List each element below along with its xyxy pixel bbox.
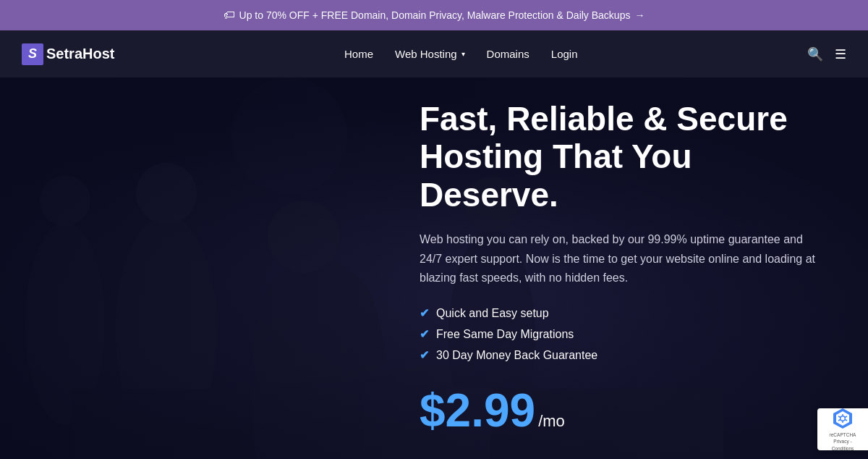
- hamburger-menu-icon[interactable]: ☰: [835, 46, 846, 62]
- logo[interactable]: S SetraHost: [22, 43, 114, 65]
- nav-link-domains[interactable]: Domains: [487, 48, 529, 60]
- nav-item-login[interactable]: Login: [551, 48, 578, 61]
- feature-item-2: ✔ Free Same Day Migrations: [420, 327, 825, 341]
- search-icon[interactable]: 🔍: [807, 46, 823, 62]
- price-period: /mo: [538, 412, 565, 431]
- nav-item-webhosting[interactable]: Web Hosting ▾: [395, 48, 465, 60]
- check-icon-3: ✔: [420, 348, 429, 362]
- hero-features: ✔ Quick and Easy setup ✔ Free Same Day M…: [420, 306, 825, 362]
- recaptcha-label: reCAPTCHAPrivacy - Conditions: [825, 431, 861, 451]
- feature-item-3: ✔ 30 Day Money Back Guarantee: [420, 348, 825, 362]
- hero-content: Fast, Reliable & Secure Hosting That You…: [420, 99, 825, 437]
- check-icon-2: ✔: [420, 327, 429, 341]
- nav-item-home[interactable]: Home: [344, 48, 373, 61]
- chevron-down-icon: ▾: [461, 50, 465, 58]
- recaptcha-icon: [831, 407, 854, 430]
- nav-link-login[interactable]: Login: [551, 48, 578, 60]
- logo-icon: S: [22, 43, 43, 65]
- nav-link-home[interactable]: Home: [344, 48, 373, 60]
- hero-section: Fast, Reliable & Secure Hosting That You…: [0, 77, 868, 459]
- nav-icons: 🔍 ☰: [807, 46, 846, 62]
- price-amount: $2.99: [420, 384, 535, 437]
- hero-price: $2.99 /mo: [420, 384, 825, 437]
- feature-item-1: ✔ Quick and Easy setup: [420, 306, 825, 320]
- feature-text-3: 30 Day Money Back Guarantee: [436, 348, 597, 361]
- banner-arrow: →: [634, 9, 644, 21]
- feature-text-2: Free Same Day Migrations: [436, 327, 574, 340]
- navbar: S SetraHost Home Web Hosting ▾ Domains L…: [0, 30, 868, 77]
- hero-description: Web hosting you can rely on, backed by o…: [420, 230, 825, 287]
- check-icon-1: ✔: [420, 306, 429, 320]
- nav-links: Home Web Hosting ▾ Domains Login: [344, 48, 578, 61]
- banner-text: Up to 70% OFF + FREE Domain, Domain Priv…: [239, 9, 631, 21]
- hero-title: Fast, Reliable & Secure Hosting That You…: [420, 99, 825, 214]
- top-banner[interactable]: 🏷 Up to 70% OFF + FREE Domain, Domain Pr…: [0, 0, 868, 30]
- nav-link-webhosting[interactable]: Web Hosting ▾: [395, 48, 465, 60]
- recaptcha-badge: reCAPTCHAPrivacy - Conditions: [817, 408, 868, 450]
- feature-text-1: Quick and Easy setup: [436, 306, 549, 319]
- svg-point-15: [841, 417, 845, 421]
- nav-item-domains[interactable]: Domains: [487, 48, 529, 61]
- tag-icon: 🏷: [224, 9, 235, 22]
- logo-text: SetraHost: [46, 46, 114, 62]
